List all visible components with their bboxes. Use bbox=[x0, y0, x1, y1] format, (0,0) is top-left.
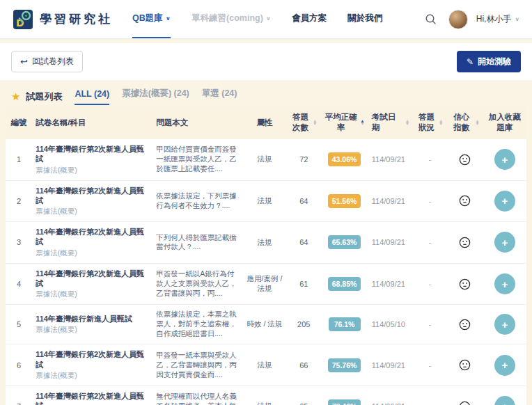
tab-negotiable-instruments-law[interactable]: 票據法(概要) (24) bbox=[122, 88, 189, 106]
chevron-down-icon: ∨ bbox=[515, 17, 519, 22]
answer-status: - bbox=[413, 263, 446, 305]
attribute-tags: 法規 bbox=[242, 344, 287, 386]
nav-label: 會員方案 bbox=[292, 13, 327, 24]
confidence-cell bbox=[446, 139, 483, 180]
column-header-confidence[interactable]: 信心指數▲▼ bbox=[446, 106, 483, 139]
plus-icon: + bbox=[501, 154, 508, 166]
table-row: 3 114年臺灣銀行第2次新進人員甄試 票據法(概要) 下列何人得於匯票記載擔當… bbox=[6, 222, 526, 264]
column-label: 答題次數 bbox=[290, 112, 311, 133]
exam-name: 114年臺灣銀行第2次新進人員甄試 bbox=[36, 186, 149, 206]
row-number: 1 bbox=[6, 139, 32, 180]
column-label: 問題本文 bbox=[156, 118, 188, 128]
back-arrow-icon: ↩ bbox=[20, 57, 28, 66]
plus-icon: + bbox=[501, 401, 508, 405]
add-to-favorites-button[interactable]: + bbox=[494, 191, 515, 212]
nav-label: 關於我們 bbox=[347, 13, 382, 24]
user-menu[interactable]: Hi,林小手 ∨ bbox=[476, 13, 519, 25]
plus-icon: + bbox=[501, 278, 508, 290]
subject-name: 票據法(概要) bbox=[36, 248, 149, 258]
attribute-tags: 法規 bbox=[242, 139, 287, 180]
column-header-fav: 加入收藏題庫 bbox=[483, 106, 526, 139]
neutral-face-icon bbox=[450, 278, 479, 291]
subject-name: 票據法(概要) bbox=[36, 207, 149, 216]
table-row: 5 114年臺灣銀行新進人員甄試 票據法(概要) 依票據法規定，本票之執票人，對… bbox=[6, 305, 526, 344]
row-number: 2 bbox=[6, 180, 32, 222]
top-nav: D 學習研究社 QB題庫 ∨ 單科練習(coming) ∨ 會員方案 關於我們 bbox=[0, 0, 532, 39]
pencil-icon: ✎ bbox=[467, 57, 474, 67]
answer-count: 205 bbox=[287, 305, 320, 344]
table-row: 7 114年臺灣銀行第2次新進人員甄試 票據法(概要) 無代理權而以代理人名義簽… bbox=[6, 386, 526, 405]
answer-count: 61 bbox=[287, 263, 320, 305]
answer-status: - bbox=[413, 305, 446, 344]
column-header-status[interactable]: 答題狀況▲▼ bbox=[413, 106, 446, 139]
plus-icon: + bbox=[501, 237, 508, 248]
sort-icon[interactable]: ▲▼ bbox=[313, 120, 317, 125]
nav-label: 單科練習(coming) bbox=[191, 13, 263, 24]
start-test-button[interactable]: ✎ 開始測驗 bbox=[457, 51, 521, 72]
confidence-cell bbox=[446, 305, 483, 344]
tab-single-choice[interactable]: 單選 (24) bbox=[202, 88, 237, 106]
question-text: 依票據法規定，下列票據行為何者不生效力？.... bbox=[152, 180, 242, 222]
user-greeting: Hi,林小手 bbox=[476, 13, 512, 25]
add-to-favorites-button[interactable]: + bbox=[494, 149, 515, 170]
column-header-rate[interactable]: 平均正確率▲▼ bbox=[320, 106, 368, 139]
sort-icon[interactable]: ▲▼ bbox=[439, 120, 443, 125]
tab-all[interactable]: ALL (24) bbox=[75, 89, 109, 105]
accuracy-badge: 65.63% bbox=[328, 235, 361, 249]
search-icon[interactable] bbox=[422, 10, 440, 29]
nav-item-qb-bank[interactable]: QB題庫 ∨ bbox=[132, 0, 171, 38]
nav-item-subject-practice[interactable]: 單科練習(coming) ∨ bbox=[191, 0, 271, 38]
exam-date: 114/05/10 bbox=[368, 305, 413, 344]
plus-icon: + bbox=[501, 359, 508, 371]
column-label: 信心指數 bbox=[450, 112, 473, 133]
attribute-tags: 法規 bbox=[242, 386, 287, 405]
column-label: 編號 bbox=[11, 118, 27, 128]
add-to-favorites-button[interactable]: + bbox=[494, 232, 515, 253]
question-text: 甲因給付買賣價金而簽發一紙匯票與受款人乙，乙於匯票上記載委任.... bbox=[152, 139, 242, 180]
avatar[interactable] bbox=[448, 10, 468, 29]
question-text: 下列何人得於匯票記載擔當付款人？.... bbox=[152, 222, 242, 264]
answer-status: - bbox=[413, 139, 446, 180]
sort-icon[interactable]: ▲▼ bbox=[360, 120, 364, 125]
attribute-tags: 法規 bbox=[242, 222, 287, 264]
accuracy-badge: 75.76% bbox=[328, 358, 361, 372]
star-icon: ★ bbox=[11, 90, 20, 103]
sort-icon[interactable]: ▲▼ bbox=[475, 120, 479, 125]
column-header-date[interactable]: 考試日期▲▼ bbox=[368, 106, 413, 139]
question-list-title: 試題列表 bbox=[26, 90, 62, 103]
accuracy-badge: 51.56% bbox=[328, 194, 361, 208]
nav-item-membership[interactable]: 會員方案 bbox=[292, 0, 327, 38]
answer-count: 66 bbox=[287, 344, 320, 386]
exam-name: 114年臺灣銀行第2次新進人員甄試 bbox=[36, 144, 149, 164]
subject-name: 票據法(概要) bbox=[36, 371, 149, 381]
accuracy-badge: 43.06% bbox=[328, 152, 361, 166]
nav-item-about[interactable]: 關於我們 bbox=[347, 0, 382, 38]
exam-name: 114年臺灣銀行第2次新進人員甄試 bbox=[36, 227, 149, 247]
answer-status: - bbox=[413, 222, 446, 264]
question-text: 依票據法規定，本票之執票人，對前手之追索權，自作成拒絕證書日.... bbox=[152, 305, 242, 344]
tabs-row: ★ 試題列表 ALL (24) 票據法(概要) (24) 單選 (24) bbox=[0, 80, 532, 106]
exam-date: 114/09/21 bbox=[368, 344, 413, 386]
back-to-exam-list-button[interactable]: ↩ 回試卷列表 bbox=[11, 51, 83, 72]
column-header-count[interactable]: 答題次數▲▼ bbox=[287, 106, 320, 139]
answer-status: - bbox=[413, 180, 446, 222]
neutral-face-icon bbox=[450, 358, 479, 372]
add-to-favorites-button[interactable]: + bbox=[494, 314, 515, 335]
toolbar: ↩ 回試卷列表 ✎ 開始測驗 bbox=[0, 43, 532, 80]
neutral-face-icon bbox=[450, 318, 479, 331]
add-to-favorites-button[interactable]: + bbox=[494, 396, 515, 405]
brand[interactable]: D 學習研究社 bbox=[13, 0, 113, 38]
confidence-cell bbox=[446, 263, 483, 305]
exam-date: 114/09/21 bbox=[368, 386, 413, 405]
sort-icon[interactable]: ▲▼ bbox=[405, 120, 409, 125]
add-to-favorites-button[interactable]: + bbox=[494, 355, 515, 376]
column-label: 屬性 bbox=[256, 118, 272, 128]
add-to-favorites-button[interactable]: + bbox=[494, 273, 515, 294]
row-number: 3 bbox=[6, 222, 32, 264]
column-label: 加入收藏題庫 bbox=[487, 112, 523, 133]
exam-name: 114年臺灣銀行第2次新進人員甄試 bbox=[36, 391, 149, 405]
subject-name: 票據法(概要) bbox=[36, 289, 149, 299]
column-label: 試卷名稱/科目 bbox=[36, 118, 86, 128]
table-row: 1 114年臺灣銀行第2次新進人員甄試 票據法(概要) 甲因給付買賣價金而簽發一… bbox=[6, 139, 526, 180]
accuracy-badge: 68.85% bbox=[328, 277, 361, 291]
